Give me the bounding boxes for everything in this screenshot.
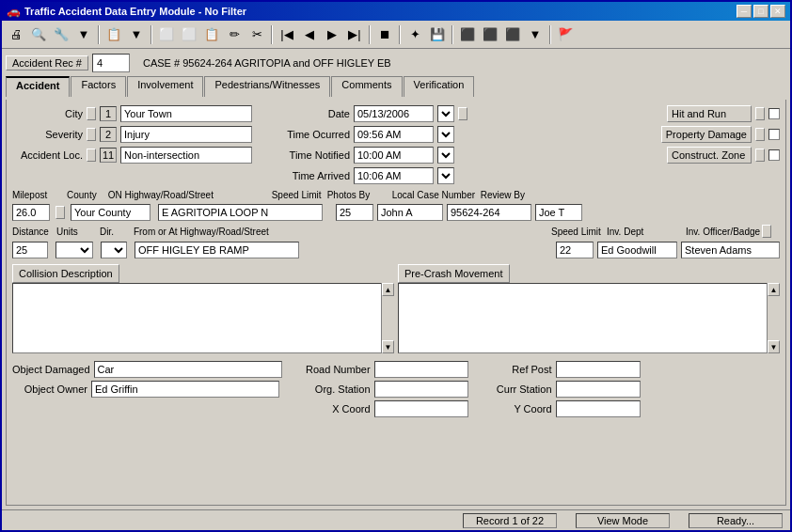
pre-crash-button[interactable]: Pre-Crash Movement: [398, 264, 510, 283]
construct-zone-button[interactable]: Construct. Zone: [667, 147, 752, 164]
pre-crash-textarea[interactable]: [398, 283, 780, 353]
org-station-input[interactable]: [374, 381, 468, 398]
time-occurred-dropdown[interactable]: [437, 126, 454, 143]
pre-crash-scroll-down[interactable]: ▼: [768, 340, 780, 353]
curr-station-input[interactable]: [556, 381, 641, 398]
time-arrived-dropdown[interactable]: [437, 167, 454, 184]
on-highway-col-header: ON Highway/Road/Street: [108, 190, 259, 200]
pre-crash-scroll-up[interactable]: ▲: [768, 283, 780, 296]
form-panel: City 1 Date Hit and Run Severity: [6, 100, 786, 506]
copy-button[interactable]: 📋: [201, 24, 222, 45]
first-button[interactable]: |◀: [277, 24, 297, 45]
time-notified-input[interactable]: [354, 147, 434, 164]
object-owner-input[interactable]: [91, 381, 279, 398]
milepost-input[interactable]: [12, 204, 50, 221]
construct-zone-checkbox[interactable]: [768, 149, 780, 161]
star-button[interactable]: ✦: [404, 24, 425, 45]
row-road-number: Road Number: [295, 361, 468, 378]
flag-button[interactable]: 🚩: [555, 24, 576, 45]
property-damage-button[interactable]: Property Damage: [661, 126, 752, 143]
tab-involvement[interactable]: Involvement: [127, 76, 203, 97]
dir-select[interactable]: [101, 242, 127, 258]
close-button[interactable]: ✕: [770, 5, 785, 18]
date-input[interactable]: [354, 105, 434, 122]
open-button[interactable]: ⬜: [179, 24, 199, 45]
collision-desc-button[interactable]: Collision Description: [12, 264, 119, 283]
tab-factors[interactable]: Factors: [71, 76, 126, 97]
ref-post-input[interactable]: [556, 361, 641, 378]
collision-scroll-down[interactable]: ▼: [382, 340, 394, 353]
city-indicator: [87, 107, 96, 120]
minimize-button[interactable]: ─: [737, 5, 752, 18]
dir-col-header: Dir.: [100, 227, 126, 237]
save-button[interactable]: 💾: [427, 24, 448, 45]
brown-button[interactable]: ⬛: [480, 24, 500, 45]
title-buttons: ─ □ ✕: [737, 5, 785, 18]
collision-scrollbar[interactable]: ▲ ▼: [381, 283, 394, 353]
county-input[interactable]: [71, 204, 150, 221]
speed-limit-input[interactable]: [336, 204, 373, 221]
accident-loc-input[interactable]: [120, 147, 252, 164]
green-button[interactable]: ⬛: [502, 24, 523, 45]
inv-officer-input[interactable]: [681, 242, 780, 258]
prev-button[interactable]: ◀: [299, 24, 320, 45]
maximize-button[interactable]: □: [753, 5, 768, 18]
time-occurred-input[interactable]: [354, 126, 434, 143]
date-dropdown[interactable]: [437, 105, 454, 122]
tab-verification[interactable]: Verification: [404, 76, 475, 97]
distance-input[interactable]: [12, 242, 48, 258]
last-button[interactable]: ▶|: [344, 24, 365, 45]
hit-run-checkbox[interactable]: [768, 108, 780, 119]
collision-textarea[interactable]: [12, 283, 394, 353]
stop-button[interactable]: ⏹: [374, 24, 395, 45]
time-arrived-input[interactable]: [354, 167, 434, 184]
pre-crash-scrollbar[interactable]: ▲ ▼: [767, 283, 780, 353]
property-damage-checkbox[interactable]: [768, 129, 780, 140]
units-select[interactable]: [55, 242, 93, 258]
city-input[interactable]: [120, 105, 252, 122]
x-coord-input[interactable]: [374, 400, 468, 417]
filter-button[interactable]: 📋: [103, 24, 124, 45]
row-org-station: Org. Station: [295, 381, 468, 398]
red-button[interactable]: ⬛: [457, 24, 478, 45]
accident-rec-label: Accident Rec #: [6, 55, 88, 70]
row-milepost-headers: Milepost County ON Highway/Road/Street S…: [12, 190, 780, 200]
separator-1: [98, 25, 100, 44]
tab-pedestrians[interactable]: Pedestrians/Witnesses: [204, 76, 330, 97]
tab-accident[interactable]: Accident: [6, 76, 70, 97]
tools-button[interactable]: 🔧: [51, 24, 71, 45]
object-damaged-input[interactable]: [94, 361, 282, 378]
units-col-header: Units: [56, 227, 92, 237]
photos-by-input[interactable]: [377, 204, 443, 221]
window-title: Traffic Accident Data Entry Module - No …: [24, 6, 246, 17]
accident-rec-input[interactable]: [92, 54, 130, 72]
severity-input[interactable]: [120, 126, 252, 143]
on-highway-input[interactable]: [158, 204, 323, 221]
time-notified-dropdown[interactable]: [437, 147, 454, 164]
tools-dropdown[interactable]: ▼: [73, 24, 94, 45]
separator-2: [150, 25, 152, 44]
inv-dept-input[interactable]: [597, 242, 677, 258]
speed-limit2-input[interactable]: [556, 242, 594, 258]
local-case-input[interactable]: [447, 204, 531, 221]
review-by-input[interactable]: [535, 204, 582, 221]
new-button[interactable]: ⬜: [156, 24, 177, 45]
tab-comments[interactable]: Comments: [331, 76, 402, 97]
collision-scroll-up[interactable]: ▲: [382, 283, 394, 296]
edit-button[interactable]: ✏: [224, 24, 245, 45]
filter-dropdown[interactable]: ▼: [126, 24, 147, 45]
hit-and-run-button[interactable]: Hit and Run: [667, 105, 752, 122]
pre-crash-box: Pre-Crash Movement ▲ ▼: [398, 264, 780, 353]
road-number-input[interactable]: [374, 361, 468, 378]
app-icon: 🚗: [7, 5, 21, 18]
print-button[interactable]: 🖨: [6, 24, 26, 45]
from-at-input[interactable]: [135, 242, 299, 258]
cut-button[interactable]: ✂: [246, 24, 267, 45]
next-button[interactable]: ▶: [322, 24, 342, 45]
search-button[interactable]: 🔍: [28, 24, 49, 45]
row-distance-headers: Distance Units Dir. From or At Highway/R…: [12, 225, 780, 238]
review-by-col-header: Review By: [481, 190, 528, 200]
row-curr-station: Curr Station: [482, 381, 641, 398]
y-coord-input[interactable]: [556, 400, 641, 417]
color-dropdown[interactable]: ▼: [525, 24, 546, 45]
